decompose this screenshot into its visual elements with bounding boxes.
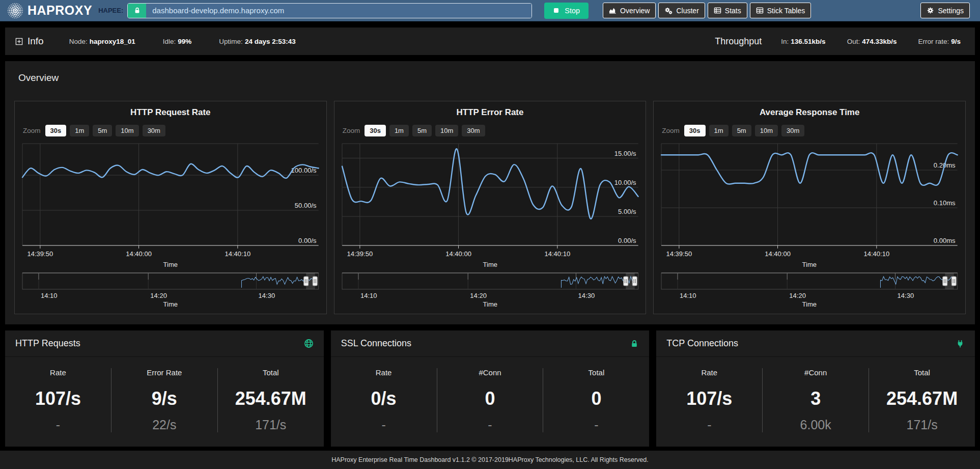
card-tcp-connections: TCP Connections Rate 107/s - #Conn 3 6.0… — [656, 330, 975, 447]
navigator-axis-title: Time — [802, 300, 817, 308]
stat-cards-row: HTTP Requests Rate 107/s - Error Rate 9/… — [5, 330, 975, 447]
y-axis-label: 10.00/s — [614, 179, 636, 186]
navigator-series — [561, 277, 633, 288]
x-axis-label: 14:40:10 — [544, 250, 570, 258]
main-nav-group: Overview Cluster Stats Stick Tables — [603, 3, 811, 18]
navigator-x-label: 14:20 — [150, 292, 167, 299]
throughput-title: Throughput — [715, 36, 762, 47]
chart-panel-http-request-rate: HTTP Request RateZoom30s1m5m10m30m0.00/s… — [14, 101, 327, 314]
zoom-label: Zoom — [23, 127, 41, 134]
info-bar: Info Node:haproxy18_01 Idle:99% Uptime:2… — [5, 27, 975, 55]
navigator-x-label: 14:10 — [680, 292, 696, 299]
nav-button-overview[interactable]: Overview — [603, 3, 656, 18]
zoom-button-5m[interactable]: 5m — [732, 125, 751, 136]
zoom-label: Zoom — [662, 127, 680, 134]
chart-title: HTTP Request Rate — [15, 107, 326, 118]
nav-button-stats[interactable]: Stats — [708, 3, 747, 18]
chart-plot-http-request-rate[interactable]: 0.00/s50.00/s100.00/s14:39:5014:40:0014:… — [21, 140, 320, 311]
url-lock-segment — [128, 4, 146, 18]
y-axis-label: 15.00/s — [614, 150, 636, 157]
navigator-x-label: 14:10 — [360, 292, 377, 299]
chart-title: HTTP Error Rate — [334, 107, 646, 118]
x-axis-label: 14:40:00 — [765, 250, 791, 258]
stat-column: Total 254.67M 171/s — [217, 368, 324, 432]
y-axis-label: 0.00/s — [618, 237, 636, 244]
navigator-handle[interactable] — [313, 277, 317, 286]
zoom-button-5m[interactable]: 5m — [412, 125, 432, 136]
navigator-x-label: 14:10 — [41, 292, 58, 299]
y-axis-label: 50.00/s — [295, 202, 317, 209]
navigator-axis-title: Time — [163, 300, 178, 308]
card-title: HTTP Requests — [15, 338, 304, 349]
navigator-x-label: 14:30 — [898, 292, 914, 299]
navigator-handle[interactable] — [952, 277, 957, 286]
uptime-info: Uptime:24 days 2:53:43 — [219, 38, 295, 45]
chart-plot-http-error-rate[interactable]: 0.00/s5.00/s10.00/s15.00/s14:39:5014:40:… — [341, 140, 640, 311]
x-axis-title: Time — [802, 261, 817, 268]
navigator-x-label: 14:20 — [790, 292, 806, 299]
x-axis-label: 14:40:00 — [126, 250, 152, 258]
chart-plot-average-response-time[interactable]: 0.00ms0.10ms0.20ms14:39:5014:40:0014:40:… — [660, 140, 959, 311]
throughput-group: Throughput In:136.51kb/s Out:474.33kb/s … — [715, 36, 965, 47]
settings-button[interactable]: Settings — [920, 3, 970, 18]
footer: HAProxy Enterprise Real Time Dashboard v… — [0, 451, 980, 469]
zoom-button-30s[interactable]: 30s — [365, 125, 386, 136]
x-axis-label: 14:40:00 — [445, 250, 471, 258]
y-axis-label: 0.10ms — [934, 199, 956, 207]
stat-column: Total 0 - — [543, 368, 649, 432]
stat-column: Rate 0/s - — [331, 368, 437, 432]
idle-info: Idle:99% — [163, 38, 192, 45]
navigator-x-label: 14:30 — [259, 292, 275, 299]
card-title: TCP Connections — [666, 338, 956, 349]
zoom-button-30m[interactable]: 30m — [781, 125, 804, 136]
navigator-handle[interactable] — [623, 277, 628, 286]
navigator-handle[interactable] — [943, 277, 947, 286]
plug-icon — [956, 339, 965, 348]
url-input[interactable] — [146, 4, 531, 18]
nav-button-cluster[interactable]: Cluster — [658, 3, 705, 18]
zoom-button-30s[interactable]: 30s — [45, 125, 67, 136]
x-axis-label: 14:40:10 — [225, 250, 250, 258]
zoom-button-1m[interactable]: 1m — [70, 125, 89, 136]
zoom-button-30m[interactable]: 30m — [462, 125, 485, 136]
zoom-button-10m[interactable]: 10m — [755, 125, 778, 136]
table-list-icon — [714, 7, 721, 14]
navigator-handle[interactable] — [304, 277, 309, 286]
navigator-axis-title: Time — [483, 300, 497, 308]
top-navbar: HAPROXY HAPEE: Stop Overview Cluster Sta… — [0, 0, 980, 21]
navigator-x-label: 14:30 — [578, 292, 595, 299]
stat-column: #Conn 3 6.00k — [762, 368, 869, 432]
haproxy-brand: HAPROXY — [7, 3, 92, 19]
chart-title: Average Response Time — [654, 107, 965, 118]
zoom-button-5m[interactable]: 5m — [93, 125, 112, 136]
expand-plus-icon — [15, 38, 23, 45]
stat-column: #Conn 0 - — [437, 368, 543, 432]
stop-icon — [553, 7, 559, 14]
navigator-series — [881, 277, 953, 288]
x-axis-title: Time — [483, 261, 497, 268]
haproxy-logo-icon — [7, 3, 23, 19]
navigator-x-label: 14:20 — [470, 292, 487, 299]
zoom-button-30m[interactable]: 30m — [143, 125, 165, 136]
stop-button[interactable]: Stop — [544, 3, 589, 19]
throughput-error-rate: Error rate:9/s — [918, 38, 961, 45]
card-ssl-connections: SSL Connections Rate 0/s - #Conn 0 - Tot… — [331, 330, 650, 447]
x-axis-title: Time — [163, 261, 178, 268]
y-axis-label: 0.00/s — [298, 237, 317, 244]
stat-column: Rate 107/s - — [5, 368, 111, 432]
throughput-in: In:136.51kb/s — [781, 38, 825, 45]
nav-button-stick-tables[interactable]: Stick Tables — [750, 3, 811, 18]
zoom-button-10m[interactable]: 10m — [116, 125, 138, 136]
zoom-button-1m[interactable]: 1m — [709, 125, 729, 136]
overview-section: Overview HTTP Request RateZoom30s1m5m10m… — [5, 61, 975, 324]
series-line — [22, 164, 319, 178]
zoom-button-30s[interactable]: 30s — [684, 125, 706, 136]
x-axis-label: 14:40:10 — [864, 250, 890, 258]
info-toggle[interactable]: Info — [15, 36, 44, 47]
navigator-handle[interactable] — [632, 277, 637, 286]
zoom-button-1m[interactable]: 1m — [389, 125, 409, 136]
globe-icon — [304, 339, 314, 348]
zoom-controls: Zoom30s1m5m10m30m — [343, 125, 646, 136]
zoom-button-10m[interactable]: 10m — [435, 125, 458, 136]
card-title: SSL Connections — [341, 338, 630, 349]
